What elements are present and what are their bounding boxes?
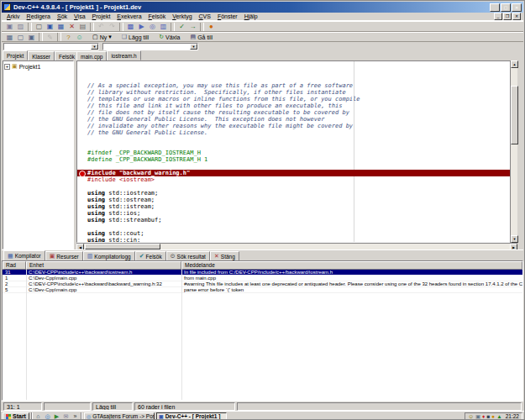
tab-kompilator[interactable]: ▦Kompilator: [3, 250, 45, 260]
scroll-up-icon[interactable]: ▲: [511, 60, 518, 68]
tray-icon-6[interactable]: ▲: [496, 412, 501, 420]
print-icon[interactable]: ▤: [77, 22, 88, 31]
project-properties-icon[interactable]: ▣: [26, 33, 37, 42]
toolbar-icon[interactable]: [90, 23, 94, 31]
tray-icon-4[interactable]: ■: [486, 412, 490, 420]
title-bar[interactable]: Dev-C++ 4.9.8.4 - [ Projekt1 ] - Projekt…: [2, 2, 523, 13]
code-area[interactable]: // As a special exception, you may use t…: [77, 62, 512, 243]
media-player-icon[interactable]: ▶: [53, 412, 60, 420]
toolbar-icon[interactable]: [200, 23, 204, 31]
editor-horizontal-scrollbar[interactable]: ◀ ▶: [76, 243, 517, 249]
menu-item[interactable]: Redigera: [24, 13, 54, 21]
tab-iostream-h[interactable]: iostream.h: [107, 50, 140, 60]
tab-stang[interactable]: ✕Stäng: [210, 251, 239, 260]
profile-icon[interactable]: →: [187, 22, 198, 31]
project-tree-node[interactable]: + ▣ Projekt1: [4, 63, 72, 70]
new-dropdown-button[interactable]: ▢ Ny ▾: [90, 33, 114, 42]
tray-icon-3[interactable]: ♦: [482, 412, 485, 420]
editor-vertical-scrollbar[interactable]: ▲ ▼: [510, 60, 517, 243]
mdi-minimize-button[interactable]: _: [494, 13, 502, 20]
tab-klasser[interactable]: Klasser: [28, 51, 55, 60]
tab-felsok[interactable]: Felsök: [55, 51, 79, 60]
show-desktop-icon[interactable]: ⌂: [34, 412, 42, 420]
tree-expander-icon[interactable]: +: [4, 64, 10, 70]
open-icon[interactable]: ▨: [15, 22, 26, 31]
menu-item[interactable]: Arkiv: [3, 13, 24, 21]
debug-icon[interactable]: ✓: [176, 22, 187, 31]
toolbar-icon[interactable]: [57, 33, 61, 41]
column-header-rad[interactable]: Rad: [3, 261, 26, 270]
quick-launch-overflow-chevron[interactable]: »: [71, 412, 79, 420]
menu-item[interactable]: Projekt: [89, 13, 114, 21]
tab-main-cpp[interactable]: main.cpp: [76, 51, 107, 60]
rebuild-icon[interactable]: ▥: [158, 22, 169, 31]
class-combo[interactable]: ▼: [3, 43, 99, 50]
toolbar-icon[interactable]: [28, 23, 32, 31]
menu-item[interactable]: Fönster: [214, 13, 241, 21]
tab-felsok-bottom[interactable]: ✔Felsök: [135, 251, 166, 260]
tab-projekt[interactable]: Projekt: [3, 50, 28, 60]
code-editor[interactable]: // As a special exception, you may use t…: [76, 60, 513, 243]
vertical-scroll-thumb[interactable]: [511, 86, 518, 144]
abort-icon[interactable]: ●: [206, 22, 217, 31]
column-header-meddelande[interactable]: Meddelande: [181, 261, 522, 270]
compile-and-run-icon[interactable]: ◎: [147, 22, 158, 31]
tab-kompilatorlogg[interactable]: ▥Kompilatorlogg: [83, 251, 135, 260]
remove-from-project-icon[interactable]: ▢: [15, 33, 26, 42]
toolbar-icon[interactable]: [119, 23, 123, 31]
save-all-icon[interactable]: ▦: [55, 22, 66, 31]
menu-item[interactable]: Felsök: [145, 13, 170, 21]
toolbar-icon[interactable]: [39, 33, 43, 41]
taskbar-item-devcpp[interactable]: ▣Dev-C++ - [ Projekt1 ]: [156, 412, 227, 420]
tab-sok-resultat[interactable]: ⊙Sök resultat: [166, 251, 210, 260]
menu-item[interactable]: Verktyg: [169, 13, 195, 21]
column-header-enhet[interactable]: Enhet: [26, 261, 181, 270]
menu-item[interactable]: Exekvera: [113, 13, 144, 21]
mail-icon[interactable]: ✉: [62, 412, 70, 420]
tab-resurser[interactable]: ▣Resurser: [45, 251, 83, 260]
project-tree-panel[interactable]: + ▣ Projekt1: [3, 60, 74, 249]
chevron-down-icon[interactable]: ▼: [190, 44, 197, 50]
add-to-project-icon[interactable]: ▦: [4, 33, 15, 42]
minimize-button[interactable]: _: [490, 3, 500, 12]
code-line: // library without restriction. Specific…: [77, 89, 512, 96]
menu-item[interactable]: Sök: [54, 13, 71, 21]
code-line: using std::streambuf;: [77, 217, 512, 223]
close-button[interactable]: ✕: [512, 3, 522, 12]
compiler-message-row[interactable]: 1 C:\Dev-Cpp\main.cpp from main.cpp: [3, 276, 522, 281]
menu-item[interactable]: Hjälp: [241, 13, 261, 21]
tray-icon-2[interactable]: ▣: [475, 412, 480, 420]
tray-icon-5[interactable]: ●: [491, 412, 495, 420]
insert-button[interactable]: ❏ Lägg till: [119, 33, 151, 42]
help-icon[interactable]: ?: [63, 33, 74, 42]
menu-item[interactable]: Visa: [71, 13, 89, 21]
compile-icon[interactable]: ▩: [125, 22, 136, 31]
horizontal-scroll-thumb[interactable]: [85, 244, 160, 249]
tray-icon-1[interactable]: ☺: [468, 412, 474, 420]
menu-item[interactable]: CVS: [196, 13, 214, 21]
comment-icon[interactable]: ✎: [45, 33, 55, 42]
mdi-restore-button[interactable]: ❐: [503, 13, 512, 20]
goto-button[interactable]: ▤ Gå till: [188, 33, 216, 42]
member-combo[interactable]: ▼: [102, 43, 198, 50]
maximize-button[interactable]: □: [501, 3, 511, 12]
scroll-down-icon[interactable]: ▼: [511, 235, 518, 243]
undo-icon[interactable]: ↶: [96, 22, 107, 31]
toolbar-icon[interactable]: [171, 23, 175, 31]
compiler-message-row[interactable]: 2 C:\DEV-CPP\include\c++\backward\backwa…: [3, 281, 522, 287]
chevron-down-icon[interactable]: ▼: [91, 44, 98, 50]
about-icon[interactable]: ☺: [74, 33, 85, 42]
internet-explorer-icon[interactable]: ◎: [44, 412, 51, 420]
close-file-icon[interactable]: ✕: [66, 22, 77, 31]
compiler-message-row[interactable]: 5 C:\Dev-Cpp\main.cpp parse error before…: [3, 287, 522, 293]
new-project-icon[interactable]: ▣: [4, 22, 15, 31]
compiler-message-row[interactable]: 31 C:\DEV-CPP\include\c++\backward\iostr…: [3, 270, 522, 276]
redo-icon[interactable]: ↷: [107, 22, 118, 31]
toggle-button[interactable]: ↻ Växla: [156, 33, 182, 42]
new-source-icon[interactable]: ▢: [34, 22, 45, 31]
start-button[interactable]: Start: [3, 412, 29, 420]
mdi-close-button[interactable]: ✕: [512, 13, 521, 20]
taskbar-item-browser[interactable]: ◎GTAsajtens Forum -> Posti...: [84, 412, 155, 420]
run-icon[interactable]: ▶: [136, 22, 147, 31]
save-icon[interactable]: ▣: [45, 22, 55, 31]
